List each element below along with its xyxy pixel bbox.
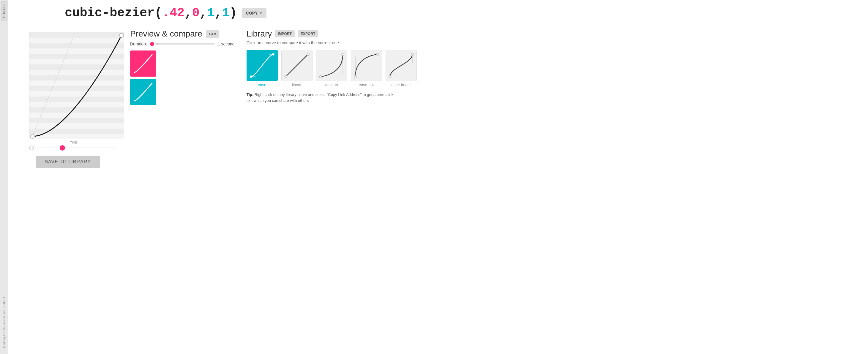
svg-point-10 [307,53,309,56]
library-subtitle: Click on a curve to compare it with the … [247,40,425,45]
param3: 1 [207,6,215,20]
svg-point-17 [376,53,379,56]
formula-comma1: , [184,6,192,20]
library-item-ease-in-out[interactable]: ease-in-out [385,50,417,87]
duration-fill [155,43,159,44]
ease-out-label: ease-out [359,83,374,87]
param4: 1 [222,6,229,20]
param1: .42 [162,6,185,20]
go-button[interactable]: GO! [206,30,219,38]
svg-point-20 [389,75,391,78]
library-tip: Tip: Right click on any library curve an… [247,92,395,103]
duration-label: Duration: [130,41,147,46]
tip-text: Right click on any library curve and sel… [247,92,394,103]
duration-row: Duration: 1 second [130,41,235,46]
library-grid: ease linear [247,50,425,87]
svg-point-16 [354,75,356,78]
linear-label: linear [292,83,302,87]
ease-in-curve-svg [319,53,344,78]
library-item-ease-in[interactable]: ease-in [316,50,347,87]
tip-bold: Tip: [247,92,254,97]
x-axis-label: TIME [70,141,77,144]
library-header: Library IMPORT EXPORT [247,29,425,39]
ease-curve-svg [250,53,275,78]
curve-wrapper: PROGRESSION [29,32,118,139]
sidebar: DONATE Made by Lea Verou with care ✳ Abo… [0,0,8,177]
library-area: Library IMPORT EXPORT Click on a curve t… [247,29,425,168]
formula-suffix: ) [229,6,237,20]
copy-button[interactable]: COPY ▼ [242,8,267,18]
time-slider[interactable] [29,146,118,150]
svg-point-9 [285,75,287,78]
time-thumb[interactable] [60,145,65,151]
library-item-ease[interactable]: ease [247,50,278,87]
ease-out-curve-svg [354,53,379,78]
ease-in-out-label: ease-in-out [392,83,411,87]
svg-line-0 [32,35,74,136]
duration-dot [150,42,154,46]
time-start-dot [29,146,34,150]
curve-canvas[interactable] [29,32,124,139]
preview-header: Preview & compare GO! [130,29,235,39]
library-thumb-ease-in[interactable] [316,50,347,81]
svg-point-6 [272,53,275,56]
bezier-formula: cubic-bezier(.42,0,1,1) [65,6,237,20]
svg-point-14 [342,53,344,56]
library-thumb-ease-in-out[interactable] [385,50,417,81]
library-item-linear[interactable]: linear [281,50,312,87]
preview-box-pink [130,51,156,76]
library-item-ease-out[interactable]: ease-out [351,50,382,87]
preview-area: Preview & compare GO! Duration: 1 second [130,29,235,168]
donate-button[interactable]: DONATE [1,1,7,21]
preview-title: Preview & compare [130,29,202,39]
import-button[interactable]: IMPORT [275,30,295,37]
svg-point-5 [250,75,252,78]
ease-label: ease [258,83,266,87]
copy-dropdown-arrow: ▼ [260,11,262,15]
library-thumb-linear[interactable] [281,50,312,81]
library-title: Library [247,29,272,39]
control-point-2 [119,33,124,37]
formula-comma3: , [215,6,222,20]
content-area: PROGRESSION [17,29,425,168]
copy-label: COPY [246,11,258,15]
control-point-1 [30,134,34,138]
duration-track[interactable] [155,43,215,44]
svg-point-21 [411,53,413,56]
time-track[interactable] [35,148,117,148]
svg-point-13 [319,75,322,78]
duration-slider[interactable] [150,42,215,46]
library-thumb-ease[interactable] [247,50,278,81]
main-content: cubic-bezier(.42,0,1,1) COPY ▼ PROGRESSI… [8,0,434,174]
param2: 0 [192,6,199,20]
linear-curve-svg [284,53,310,78]
save-to-library-button[interactable]: SAVE TO LIBRARY [36,156,99,168]
preview-pink-svg [133,53,154,74]
formula-comma2: , [199,6,207,20]
duration-value: 1 second [218,41,235,46]
ease-in-out-curve-svg [389,53,414,78]
export-button[interactable]: EXPORT [298,30,318,37]
ease-in-label: ease-in [325,83,338,87]
header: cubic-bezier(.42,0,1,1) COPY ▼ [65,6,425,20]
formula-prefix: cubic-bezier( [65,6,162,20]
preview-box-teal [130,79,156,105]
library-thumb-ease-out[interactable] [351,50,382,81]
curve-editor: PROGRESSION [17,29,118,168]
preview-teal-svg [133,82,154,102]
bezier-curve-svg [29,32,124,139]
